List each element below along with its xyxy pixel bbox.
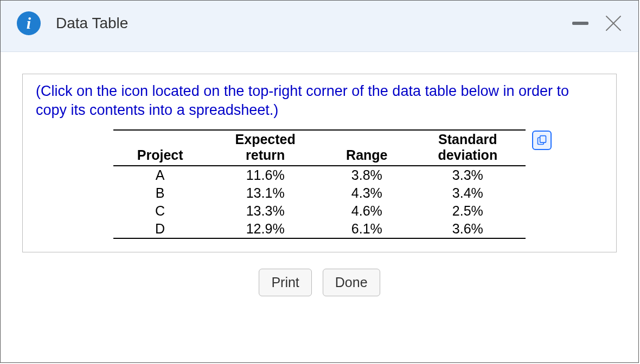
done-button[interactable]: Done	[323, 269, 380, 296]
cell-project: D	[113, 220, 207, 238]
dialog-window: i Data Table (Click on the icon located …	[0, 0, 639, 363]
col-std-dev: Standarddeviation	[410, 130, 526, 166]
cell-project: B	[113, 184, 207, 202]
close-button[interactable]	[605, 15, 622, 32]
close-icon	[605, 15, 622, 32]
window-controls	[572, 15, 622, 32]
info-icon: i	[17, 11, 41, 35]
cell-expected-return: 13.3%	[207, 202, 324, 220]
print-button[interactable]: Print	[259, 269, 311, 296]
cell-std-dev: 3.3%	[410, 166, 526, 184]
cell-std-dev: 3.6%	[410, 220, 526, 238]
table-row: C 13.3% 4.6% 2.5%	[113, 202, 526, 220]
dialog-body: (Click on the icon located on the top-ri…	[1, 52, 638, 307]
cell-range: 3.8%	[324, 166, 410, 184]
info-icon-glyph: i	[27, 15, 31, 31]
cell-expected-return: 11.6%	[207, 166, 324, 184]
col-expected-return: Expectedreturn	[207, 130, 324, 166]
content-box: (Click on the icon located on the top-ri…	[22, 74, 617, 252]
instruction-text: (Click on the icon located on the top-ri…	[36, 82, 603, 120]
table-header-row: Project Expectedreturn Range Standarddev…	[113, 130, 526, 166]
cell-expected-return: 13.1%	[207, 184, 324, 202]
titlebar: i Data Table	[1, 1, 638, 52]
data-table: Project Expectedreturn Range Standarddev…	[113, 129, 526, 239]
col-project: Project	[113, 130, 207, 166]
cell-project: C	[113, 202, 207, 220]
cell-range: 4.6%	[324, 202, 410, 220]
cell-range: 6.1%	[324, 220, 410, 238]
cell-std-dev: 3.4%	[410, 184, 526, 202]
table-row: D 12.9% 6.1% 3.6%	[113, 220, 526, 238]
button-row: Print Done	[22, 269, 617, 296]
minimize-button[interactable]	[572, 22, 588, 25]
cell-project: A	[113, 166, 207, 184]
copy-table-button[interactable]	[532, 131, 552, 150]
cell-range: 4.3%	[324, 184, 410, 202]
cell-expected-return: 12.9%	[207, 220, 324, 238]
cell-std-dev: 2.5%	[410, 202, 526, 220]
table-row: A 11.6% 3.8% 3.3%	[113, 166, 526, 184]
copy-icon	[536, 135, 547, 146]
svg-rect-3	[540, 136, 546, 142]
table-row: B 13.1% 4.3% 3.4%	[113, 184, 526, 202]
col-range: Range	[324, 130, 410, 166]
minimize-icon	[572, 22, 588, 25]
dialog-title: Data Table	[56, 15, 128, 32]
data-table-wrap: Project Expectedreturn Range Standarddev…	[113, 129, 526, 239]
